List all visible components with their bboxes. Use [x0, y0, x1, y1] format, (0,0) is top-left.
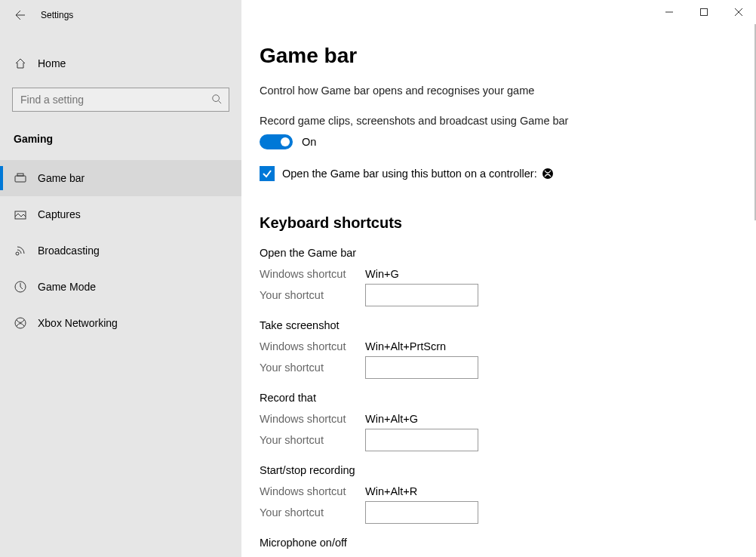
controller-checkbox-row: Open the Game bar using this button on a…: [260, 166, 738, 181]
shortcut-your-row: Your shortcut: [260, 285, 738, 306]
shortcut-name: Start/stop recording: [260, 464, 738, 476]
sidebar-item-captures[interactable]: Captures: [0, 196, 241, 232]
shortcuts-title: Keyboard shortcuts: [260, 214, 738, 232]
shortcut-name: Open the Game bar: [260, 247, 738, 259]
home-icon: [14, 57, 27, 69]
your-shortcut-input[interactable]: [365, 429, 478, 451]
svg-point-0: [213, 95, 220, 102]
shortcut-win-row: Windows shortcut Win+Alt+G: [260, 408, 738, 429]
win-shortcut-label: Windows shortcut: [260, 413, 365, 425]
xbox-networking-icon: [14, 316, 27, 330]
shortcut-group: Take screenshot Windows shortcut Win+Alt…: [260, 319, 738, 378]
sidebar-item-xbox-networking[interactable]: Xbox Networking: [0, 305, 241, 341]
record-toggle-state: On: [302, 136, 316, 148]
home-label: Home: [38, 57, 66, 69]
shortcut-name: Microphone on/off: [260, 537, 738, 549]
sidebar-item-label: Game Mode: [38, 281, 96, 293]
content: Game bar Control how Game bar opens and …: [241, 24, 756, 557]
shortcut-your-row: Your shortcut: [260, 357, 738, 378]
main-area: Game bar Control how Game bar opens and …: [241, 0, 756, 557]
shortcut-win-row: Windows shortcut Win+G: [260, 263, 738, 285]
win-shortcut-label: Windows shortcut: [260, 485, 365, 497]
game-mode-icon: [14, 280, 27, 294]
game-bar-icon: [14, 171, 27, 185]
shortcut-win-row: Windows shortcut Win+Alt+PrtScrn: [260, 336, 738, 357]
sidebar-item-broadcasting[interactable]: Broadcasting: [0, 232, 241, 269]
xbox-icon: [542, 168, 554, 180]
controller-checkbox-text: Open the Game bar using this button on a…: [282, 168, 537, 180]
your-shortcut-label: Your shortcut: [260, 362, 365, 374]
minimize-button[interactable]: [652, 0, 687, 24]
maximize-icon: [700, 8, 708, 16]
svg-line-1: [219, 101, 222, 104]
sidebar-item-game-bar[interactable]: Game bar: [0, 160, 241, 196]
close-button[interactable]: [721, 0, 756, 24]
sidebar-item-label: Broadcasting: [38, 245, 100, 257]
search-wrap: [0, 88, 241, 112]
back-button[interactable]: [8, 4, 30, 26]
svg-point-12: [542, 168, 553, 179]
shortcut-group: Record that Windows shortcut Win+Alt+G Y…: [260, 392, 738, 451]
shortcut-group: Microphone on/off: [260, 537, 738, 549]
shortcut-name: Record that: [260, 392, 738, 404]
record-toggle[interactable]: [260, 134, 293, 149]
shortcut-your-row: Your shortcut: [260, 429, 738, 451]
search-input[interactable]: [12, 88, 229, 112]
sidebar: Settings Home Gaming Game bar Captures B…: [0, 0, 241, 557]
broadcasting-icon: [14, 244, 27, 257]
win-shortcut-value: Win+Alt+PrtScrn: [365, 340, 446, 352]
svg-rect-2: [15, 176, 26, 182]
win-shortcut-label: Windows shortcut: [260, 268, 365, 280]
svg-rect-9: [701, 9, 708, 16]
category-label: Gaming: [0, 133, 241, 145]
scrollbar[interactable]: [753, 24, 756, 557]
record-toggle-row: On: [260, 134, 738, 149]
shortcut-group: Open the Game bar Windows shortcut Win+G…: [260, 247, 738, 306]
your-shortcut-label: Your shortcut: [260, 434, 365, 446]
checkmark-icon: [262, 168, 272, 179]
app-title: Settings: [41, 10, 73, 20]
sidebar-home[interactable]: Home: [0, 48, 241, 78]
your-shortcut-label: Your shortcut: [260, 289, 365, 301]
minimize-icon: [665, 8, 673, 16]
shortcut-group: Start/stop recording Windows shortcut Wi…: [260, 464, 738, 523]
win-shortcut-value: Win+G: [365, 268, 399, 280]
svg-point-7: [15, 318, 26, 328]
titlebar: [241, 0, 756, 24]
shortcut-name: Take screenshot: [260, 319, 738, 331]
maximize-button[interactable]: [687, 0, 721, 24]
search-icon: [211, 94, 222, 104]
shortcut-win-row: Windows shortcut Win+Alt+R: [260, 481, 738, 502]
your-shortcut-input[interactable]: [365, 501, 478, 524]
close-icon: [735, 8, 742, 16]
shortcut-your-row: Your shortcut: [260, 502, 738, 523]
controller-checkbox-label: Open the Game bar using this button on a…: [282, 168, 554, 180]
win-shortcut-label: Windows shortcut: [260, 340, 365, 352]
svg-rect-3: [17, 174, 23, 176]
page-title: Game bar: [260, 44, 738, 68]
captures-icon: [14, 208, 27, 221]
win-shortcut-value: Win+Alt+G: [365, 413, 418, 425]
record-toggle-label: Record game clips, screenshots and broad…: [260, 115, 738, 127]
win-shortcut-value: Win+Alt+R: [365, 485, 417, 497]
your-shortcut-label: Your shortcut: [260, 506, 365, 519]
sidebar-item-game-mode[interactable]: Game Mode: [0, 269, 241, 305]
svg-point-5: [16, 252, 19, 255]
sidebar-header: Settings: [0, 0, 241, 30]
sidebar-item-label: Captures: [38, 208, 81, 220]
your-shortcut-input[interactable]: [365, 356, 478, 379]
sidebar-item-label: Game bar: [38, 172, 85, 184]
back-arrow-icon: [13, 9, 25, 21]
controller-checkbox[interactable]: [260, 166, 275, 181]
page-intro: Control how Game bar opens and recognise…: [260, 85, 738, 97]
your-shortcut-input[interactable]: [365, 284, 478, 306]
sidebar-item-label: Xbox Networking: [38, 317, 118, 329]
